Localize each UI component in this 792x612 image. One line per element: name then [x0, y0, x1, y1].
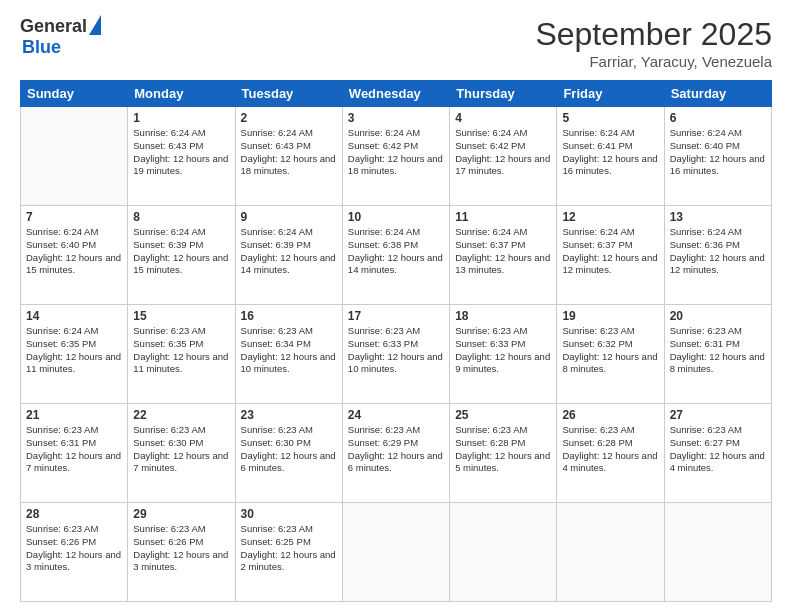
day-number: 23 — [241, 408, 337, 422]
calendar-week-row: 1Sunrise: 6:24 AMSunset: 6:43 PMDaylight… — [21, 107, 772, 206]
calendar-cell: 14Sunrise: 6:24 AMSunset: 6:35 PMDayligh… — [21, 305, 128, 404]
day-number: 19 — [562, 309, 658, 323]
day-number: 25 — [455, 408, 551, 422]
calendar-cell: 29Sunrise: 6:23 AMSunset: 6:26 PMDayligh… — [128, 503, 235, 602]
header-right: September 2025 Farriar, Yaracuy, Venezue… — [535, 16, 772, 70]
day-info: Sunrise: 6:24 AMSunset: 6:36 PMDaylight:… — [670, 226, 766, 277]
day-info: Sunrise: 6:23 AMSunset: 6:31 PMDaylight:… — [670, 325, 766, 376]
calendar-cell: 22Sunrise: 6:23 AMSunset: 6:30 PMDayligh… — [128, 404, 235, 503]
calendar-week-row: 7Sunrise: 6:24 AMSunset: 6:40 PMDaylight… — [21, 206, 772, 305]
calendar-cell: 21Sunrise: 6:23 AMSunset: 6:31 PMDayligh… — [21, 404, 128, 503]
day-info: Sunrise: 6:23 AMSunset: 6:28 PMDaylight:… — [455, 424, 551, 475]
day-info: Sunrise: 6:24 AMSunset: 6:35 PMDaylight:… — [26, 325, 122, 376]
location: Farriar, Yaracuy, Venezuela — [535, 53, 772, 70]
calendar-cell: 3Sunrise: 6:24 AMSunset: 6:42 PMDaylight… — [342, 107, 449, 206]
day-number: 7 — [26, 210, 122, 224]
day-info: Sunrise: 6:24 AMSunset: 6:40 PMDaylight:… — [26, 226, 122, 277]
calendar-cell: 16Sunrise: 6:23 AMSunset: 6:34 PMDayligh… — [235, 305, 342, 404]
day-number: 10 — [348, 210, 444, 224]
calendar-cell: 18Sunrise: 6:23 AMSunset: 6:33 PMDayligh… — [450, 305, 557, 404]
calendar-cell: 10Sunrise: 6:24 AMSunset: 6:38 PMDayligh… — [342, 206, 449, 305]
calendar-cell: 2Sunrise: 6:24 AMSunset: 6:43 PMDaylight… — [235, 107, 342, 206]
calendar-cell: 28Sunrise: 6:23 AMSunset: 6:26 PMDayligh… — [21, 503, 128, 602]
day-info: Sunrise: 6:23 AMSunset: 6:31 PMDaylight:… — [26, 424, 122, 475]
day-info: Sunrise: 6:24 AMSunset: 6:39 PMDaylight:… — [241, 226, 337, 277]
calendar-cell — [342, 503, 449, 602]
calendar-cell: 27Sunrise: 6:23 AMSunset: 6:27 PMDayligh… — [664, 404, 771, 503]
weekday-header-row: SundayMondayTuesdayWednesdayThursdayFrid… — [21, 81, 772, 107]
calendar-cell: 25Sunrise: 6:23 AMSunset: 6:28 PMDayligh… — [450, 404, 557, 503]
day-number: 15 — [133, 309, 229, 323]
day-info: Sunrise: 6:23 AMSunset: 6:25 PMDaylight:… — [241, 523, 337, 574]
day-number: 24 — [348, 408, 444, 422]
logo-top: General — [20, 16, 101, 37]
day-number: 18 — [455, 309, 551, 323]
calendar-table: SundayMondayTuesdayWednesdayThursdayFrid… — [20, 80, 772, 602]
page: General Blue September 2025 Farriar, Yar… — [0, 0, 792, 612]
day-number: 6 — [670, 111, 766, 125]
day-info: Sunrise: 6:23 AMSunset: 6:26 PMDaylight:… — [133, 523, 229, 574]
day-number: 29 — [133, 507, 229, 521]
calendar-cell: 17Sunrise: 6:23 AMSunset: 6:33 PMDayligh… — [342, 305, 449, 404]
day-number: 13 — [670, 210, 766, 224]
calendar-cell: 23Sunrise: 6:23 AMSunset: 6:30 PMDayligh… — [235, 404, 342, 503]
logo: General Blue — [20, 16, 101, 58]
weekday-header-cell: Wednesday — [342, 81, 449, 107]
day-info: Sunrise: 6:23 AMSunset: 6:33 PMDaylight:… — [348, 325, 444, 376]
day-info: Sunrise: 6:23 AMSunset: 6:28 PMDaylight:… — [562, 424, 658, 475]
weekday-header-cell: Thursday — [450, 81, 557, 107]
day-info: Sunrise: 6:23 AMSunset: 6:32 PMDaylight:… — [562, 325, 658, 376]
day-info: Sunrise: 6:23 AMSunset: 6:26 PMDaylight:… — [26, 523, 122, 574]
logo-blue-text: Blue — [22, 37, 61, 58]
day-number: 1 — [133, 111, 229, 125]
calendar-cell — [21, 107, 128, 206]
calendar-cell: 4Sunrise: 6:24 AMSunset: 6:42 PMDaylight… — [450, 107, 557, 206]
calendar-cell: 8Sunrise: 6:24 AMSunset: 6:39 PMDaylight… — [128, 206, 235, 305]
day-info: Sunrise: 6:24 AMSunset: 6:39 PMDaylight:… — [133, 226, 229, 277]
logo-general-text: General — [20, 16, 87, 37]
day-number: 4 — [455, 111, 551, 125]
day-info: Sunrise: 6:23 AMSunset: 6:27 PMDaylight:… — [670, 424, 766, 475]
calendar-cell — [450, 503, 557, 602]
calendar-week-row: 14Sunrise: 6:24 AMSunset: 6:35 PMDayligh… — [21, 305, 772, 404]
day-number: 27 — [670, 408, 766, 422]
weekday-header-cell: Saturday — [664, 81, 771, 107]
calendar-cell: 24Sunrise: 6:23 AMSunset: 6:29 PMDayligh… — [342, 404, 449, 503]
day-number: 21 — [26, 408, 122, 422]
calendar-cell — [664, 503, 771, 602]
day-info: Sunrise: 6:23 AMSunset: 6:35 PMDaylight:… — [133, 325, 229, 376]
calendar-cell: 30Sunrise: 6:23 AMSunset: 6:25 PMDayligh… — [235, 503, 342, 602]
calendar-cell: 9Sunrise: 6:24 AMSunset: 6:39 PMDaylight… — [235, 206, 342, 305]
day-info: Sunrise: 6:24 AMSunset: 6:37 PMDaylight:… — [455, 226, 551, 277]
calendar-cell: 15Sunrise: 6:23 AMSunset: 6:35 PMDayligh… — [128, 305, 235, 404]
calendar-cell: 6Sunrise: 6:24 AMSunset: 6:40 PMDaylight… — [664, 107, 771, 206]
day-number: 2 — [241, 111, 337, 125]
day-info: Sunrise: 6:24 AMSunset: 6:40 PMDaylight:… — [670, 127, 766, 178]
day-number: 12 — [562, 210, 658, 224]
day-number: 8 — [133, 210, 229, 224]
calendar-cell — [557, 503, 664, 602]
day-info: Sunrise: 6:24 AMSunset: 6:42 PMDaylight:… — [348, 127, 444, 178]
day-info: Sunrise: 6:23 AMSunset: 6:30 PMDaylight:… — [241, 424, 337, 475]
day-info: Sunrise: 6:24 AMSunset: 6:43 PMDaylight:… — [241, 127, 337, 178]
calendar-cell: 1Sunrise: 6:24 AMSunset: 6:43 PMDaylight… — [128, 107, 235, 206]
calendar-cell: 26Sunrise: 6:23 AMSunset: 6:28 PMDayligh… — [557, 404, 664, 503]
weekday-header-cell: Sunday — [21, 81, 128, 107]
day-number: 3 — [348, 111, 444, 125]
logo-triangle-icon — [89, 15, 101, 35]
calendar-week-row: 28Sunrise: 6:23 AMSunset: 6:26 PMDayligh… — [21, 503, 772, 602]
calendar-body: 1Sunrise: 6:24 AMSunset: 6:43 PMDaylight… — [21, 107, 772, 602]
day-number: 14 — [26, 309, 122, 323]
calendar-cell: 20Sunrise: 6:23 AMSunset: 6:31 PMDayligh… — [664, 305, 771, 404]
day-info: Sunrise: 6:24 AMSunset: 6:41 PMDaylight:… — [562, 127, 658, 178]
day-info: Sunrise: 6:23 AMSunset: 6:34 PMDaylight:… — [241, 325, 337, 376]
day-info: Sunrise: 6:24 AMSunset: 6:43 PMDaylight:… — [133, 127, 229, 178]
calendar-cell: 5Sunrise: 6:24 AMSunset: 6:41 PMDaylight… — [557, 107, 664, 206]
calendar-cell: 7Sunrise: 6:24 AMSunset: 6:40 PMDaylight… — [21, 206, 128, 305]
calendar-cell: 11Sunrise: 6:24 AMSunset: 6:37 PMDayligh… — [450, 206, 557, 305]
day-number: 11 — [455, 210, 551, 224]
day-number: 28 — [26, 507, 122, 521]
day-number: 9 — [241, 210, 337, 224]
day-info: Sunrise: 6:24 AMSunset: 6:42 PMDaylight:… — [455, 127, 551, 178]
month-title: September 2025 — [535, 16, 772, 53]
